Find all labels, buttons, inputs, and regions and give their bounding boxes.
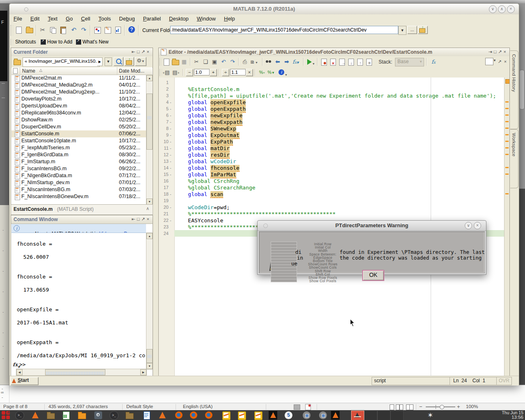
collapse-details-icon[interactable]: ∧ <box>146 206 149 211</box>
matlab-dark-icon[interactable] <box>268 411 278 420</box>
zoom-out-icon[interactable]: − <box>419 404 422 410</box>
warning-tick[interactable] <box>505 134 509 135</box>
shortcut-icon[interactable]: ↗ <box>41 39 46 45</box>
close-icon[interactable]: × <box>147 49 151 54</box>
scrollbar-thumb[interactable] <box>146 94 153 150</box>
table-row[interactable]: F_IgenBkGrdData.m08/30/2... <box>11 151 146 158</box>
back-icon[interactable]: ⬅ <box>274 58 282 66</box>
file-list-scrollbar[interactable]: ▲ ▼ <box>146 75 153 205</box>
table-row[interactable]: F_NImStartup_dev.m07/01/2... <box>11 179 146 186</box>
command-window-vscrollbar[interactable]: ▲ ▼ <box>146 233 153 370</box>
table-row[interactable]: DpertsUploadDev.m08/04/2... <box>11 103 146 110</box>
run-to-cursor-icon[interactable]: ≡ <box>365 58 373 66</box>
find-icon[interactable] <box>265 58 273 66</box>
table-row[interactable]: DsuperCellDev.m05/20/2... <box>11 123 146 130</box>
paste-button[interactable] <box>59 25 68 34</box>
scroll-up-icon[interactable]: ▲ <box>146 75 153 81</box>
address-expand-icon[interactable]: ▶ <box>97 57 103 66</box>
demos-link[interactable]: Demos <box>124 231 139 233</box>
table-row[interactable]: F_NIscanIntensBGnewDev.m07/18/2... <box>11 193 146 200</box>
menu-cell[interactable]: Cell <box>77 14 94 22</box>
maximize-icon[interactable]: □ <box>494 49 498 54</box>
table-row[interactable]: F_ImStartup.m06/26/2... <box>11 158 146 165</box>
dialog-minimize-button[interactable]: ∨ <box>465 222 472 229</box>
open-file-icon[interactable] <box>171 58 179 66</box>
taskbar-clock[interactable]: Thu Jun 15 13:56 <box>502 410 523 420</box>
new-file-button[interactable] <box>14 25 23 34</box>
table-row[interactable]: DoverlayPlots2.m10/17/2... <box>11 96 146 103</box>
column-date-modified[interactable]: Date Mod... <box>119 68 144 74</box>
forward-icon[interactable]: ➡ <box>283 58 291 66</box>
cell-info-icon[interactable]: i ▼ <box>278 68 286 76</box>
folder-icon-2[interactable] <box>125 411 135 420</box>
scroll-left-icon[interactable]: ◀ <box>16 369 23 375</box>
layout-split-dropdown[interactable]: ▼ <box>493 59 496 62</box>
uncomment-icon[interactable]: %▼ <box>267 68 275 76</box>
tab-workspace[interactable]: Workspace <box>510 129 518 188</box>
dialog-titlebar[interactable]: PTdirectParameters Warning ∨ × <box>258 221 486 231</box>
address-combo[interactable]: « InovImager_jwrCF_WINLinx150... <box>23 57 100 67</box>
comment-icon[interactable]: %+ <box>258 68 266 76</box>
save-icon[interactable]: ▦ <box>180 58 188 66</box>
warning-tick[interactable] <box>505 154 509 155</box>
firefox-icon-3[interactable] <box>204 411 214 420</box>
warning-tick[interactable] <box>505 108 509 109</box>
warning-tick[interactable] <box>505 141 509 142</box>
set-breakpoint-icon[interactable] <box>320 58 328 66</box>
dock-icon[interactable]: ⇥ <box>488 49 493 54</box>
up-one-level-button[interactable]: ↑ <box>124 57 134 66</box>
table-row[interactable]: DshowRaw.m02/25/2... <box>11 116 146 123</box>
app-launcher-icon[interactable] <box>1 411 11 420</box>
table-row[interactable]: EstartConsole10plate.m10/17/2... <box>11 137 146 144</box>
search-button[interactable] <box>114 57 123 66</box>
cell-increment-input[interactable] <box>194 69 210 75</box>
redo-icon[interactable]: ↷ <box>79 25 88 34</box>
scroll-down-icon[interactable]: ▼ <box>146 363 153 369</box>
terminal-icon[interactable]: >_ <box>15 411 25 420</box>
new-file-icon[interactable] <box>162 58 170 66</box>
shortcut-icon[interactable]: ↗ <box>76 39 81 45</box>
tab-command-history[interactable]: Command History <box>510 50 518 129</box>
layout-split-button[interactable] <box>485 58 493 65</box>
file-table-header[interactable]: Name △ Date Mod... <box>11 67 152 75</box>
undock-icon[interactable]: ↗ <box>497 58 502 66</box>
menu-parallel[interactable]: Parallel <box>139 14 165 22</box>
scroll-up-icon[interactable]: ▲ <box>146 233 153 239</box>
decrease-value-button[interactable]: − <box>186 69 193 76</box>
command-output[interactable]: fhconsole = 526.0007 fhconsole = 173.065… <box>17 234 145 359</box>
undock-icon[interactable]: ↗ <box>141 49 146 54</box>
view-book-icon[interactable] <box>406 404 413 410</box>
view-single-page-icon[interactable] <box>390 404 394 410</box>
print-icon[interactable]: ⎙ <box>241 58 249 66</box>
scrollbar-thumb[interactable] <box>45 369 105 375</box>
guide-button[interactable]: ✎ <box>103 25 112 34</box>
shortcut-whats-new[interactable]: What's New <box>82 39 109 45</box>
draw-doc-icon-2[interactable] <box>237 411 247 420</box>
warning-tick[interactable] <box>505 173 509 175</box>
insert-cell-below-icon[interactable]: ▤+ <box>172 68 180 76</box>
multiply-value-button[interactable]: × <box>246 69 253 76</box>
editor-header[interactable]: ✎ Editor - /media/data/EASY/InovImager_j… <box>159 48 509 57</box>
help-button[interactable]: ? <box>128 25 137 34</box>
menu-go[interactable]: Go <box>62 14 77 22</box>
menu-debug[interactable]: Debug <box>115 14 139 22</box>
scrollbar-thumb[interactable] <box>146 349 153 363</box>
undock-icon[interactable]: ↗ <box>141 217 146 221</box>
shortcut-how-to-add[interactable]: How to Add <box>47 39 72 45</box>
image-tool-icon[interactable] <box>94 411 103 420</box>
dock-icon[interactable]: ⇤ <box>131 217 137 221</box>
firefox-icon[interactable] <box>174 411 184 420</box>
increase-value-button[interactable]: + <box>210 69 217 76</box>
open-file-button[interactable] <box>25 25 34 34</box>
warning-tick[interactable] <box>505 101 509 103</box>
message-indicator-icon[interactable] <box>505 79 509 84</box>
minimize-button[interactable]: ∨ <box>489 5 497 13</box>
dock-icon[interactable]: ⇤ <box>131 49 137 54</box>
table-row[interactable]: F_IexpMultiTseries.m05/23/2... <box>11 144 146 151</box>
cut-button[interactable]: ✂ <box>38 25 47 34</box>
command-window-hscrollbar[interactable]: ◀ ▶ <box>16 369 147 376</box>
divide-value-button[interactable]: ÷ <box>222 69 229 76</box>
undo-icon[interactable]: ↶ <box>219 58 228 66</box>
matlab-dark-icon-2[interactable] <box>331 411 340 420</box>
current-folder-header[interactable]: Current Folder ⇤□↗× <box>11 48 153 57</box>
